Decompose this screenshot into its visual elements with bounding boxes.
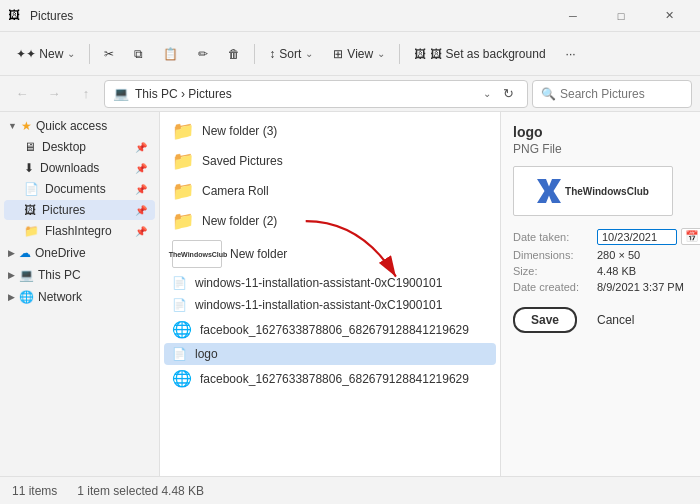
logo-brand-text: TheWindowsClub [565, 186, 649, 197]
folder-new-2[interactable]: 📁 New folder (2) [164, 206, 496, 236]
address-path: This PC › Pictures [135, 87, 477, 101]
delete-icon: 🗑 [228, 47, 240, 61]
maximize-button[interactable]: □ [598, 0, 644, 32]
folder-saved-pictures[interactable]: 📁 Saved Pictures [164, 146, 496, 176]
view-button[interactable]: ⊞ View ⌄ [325, 38, 393, 70]
onedrive-section: ▶ ☁ OneDrive [0, 243, 159, 263]
sort-button[interactable]: ↕ Sort ⌄ [261, 38, 321, 70]
selected-info: 1 item selected 4.48 KB [77, 484, 204, 498]
file-facebook-1[interactable]: 🌐 facebook_1627633878806_682679128841219… [164, 316, 496, 343]
size-label: Size: [513, 265, 593, 277]
close-button[interactable]: ✕ [646, 0, 692, 32]
folder-icon-4: 📁 [172, 210, 194, 232]
copy-button[interactable]: ⧉ [126, 38, 151, 70]
quick-access-chevron: ▼ [8, 121, 17, 131]
setbg-icon: 🖼 [414, 47, 426, 61]
cut-button[interactable]: ✂ [96, 38, 122, 70]
file-list[interactable]: 📁 New folder (3) 📁 Saved Pictures 📁 Came… [160, 112, 500, 476]
date-created-value: 8/9/2021 3:37 PM [597, 281, 684, 293]
sidebar-item-pictures[interactable]: 🖼 Pictures 📌 [4, 200, 155, 220]
network-chevron: ▶ [8, 292, 15, 302]
thispc-header[interactable]: ▶ 💻 This PC [0, 265, 159, 285]
thispc-icon: 💻 [19, 268, 34, 282]
item-count: 11 items [12, 484, 57, 498]
network-section: ▶ 🌐 Network [0, 287, 159, 307]
date-taken-input[interactable] [597, 229, 677, 245]
sidebar: ▼ ★ Quick access 🖥 Desktop 📌 ⬇ Downloads… [0, 112, 160, 476]
save-button[interactable]: Save [513, 307, 577, 333]
address-chevron-icon: ⌄ [483, 88, 491, 99]
file-win11-1[interactable]: 📄 windows-11-installation-assistant-0xC1… [164, 272, 496, 294]
pin-icon-desktop: 📌 [135, 142, 147, 153]
paste-button[interactable]: 📋 [155, 38, 186, 70]
folder-new[interactable]: TheWindowsClub New folder [164, 236, 496, 272]
this-pc-icon: 💻 [113, 86, 129, 101]
calendar-button[interactable]: 📅 [681, 228, 700, 245]
quick-access-label: Quick access [36, 119, 107, 133]
quick-access-header[interactable]: ▼ ★ Quick access [0, 116, 159, 136]
copy-icon: ⧉ [134, 47, 143, 61]
pin-icon-pictures: 📌 [135, 205, 147, 216]
toolbar-separator-1 [89, 44, 90, 64]
file-win11-2[interactable]: 📄 windows-11-installation-assistant-0xC1… [164, 294, 496, 316]
network-icon: 🌐 [19, 290, 34, 304]
quick-access-section: ▼ ★ Quick access 🖥 Desktop 📌 ⬇ Downloads… [0, 116, 159, 241]
sort-chevron-icon: ⌄ [305, 48, 313, 59]
network-header[interactable]: ▶ 🌐 Network [0, 287, 159, 307]
search-input[interactable] [560, 87, 700, 101]
set-background-button[interactable]: 🖼 🖼 Set as background [406, 38, 553, 70]
window-icon: 🖼 [8, 8, 24, 24]
rename-button[interactable]: ✏ [190, 38, 216, 70]
search-icon: 🔍 [541, 87, 556, 101]
view-icon: ⊞ [333, 47, 343, 61]
delete-button[interactable]: 🗑 [220, 38, 248, 70]
minimize-button[interactable]: ─ [550, 0, 596, 32]
cut-icon: ✂ [104, 47, 114, 61]
view-chevron-icon: ⌄ [377, 48, 385, 59]
new-button[interactable]: ✦ ✦ New ⌄ [8, 38, 83, 70]
sort-icon: ↕ [269, 47, 275, 61]
back-button[interactable]: ← [8, 80, 36, 108]
file-icon-logo: 📄 [172, 347, 187, 361]
thispc-chevron: ▶ [8, 270, 15, 280]
forward-button[interactable]: → [40, 80, 68, 108]
file-facebook-2[interactable]: 🌐 facebook_1627633878806_682679128841219… [164, 365, 496, 392]
size-value: 4.48 KB [597, 265, 636, 277]
paste-icon: 📋 [163, 47, 178, 61]
search-box[interactable]: 🔍 [532, 80, 692, 108]
sidebar-item-documents[interactable]: 📄 Documents 📌 [4, 179, 155, 199]
onedrive-chevron: ▶ [8, 248, 15, 258]
main-area: ▼ ★ Quick access 🖥 Desktop 📌 ⬇ Downloads… [0, 112, 700, 476]
date-taken-row: Date taken: 📅 [513, 228, 688, 245]
dimensions-label: Dimensions: [513, 249, 593, 261]
sidebar-item-downloads[interactable]: ⬇ Downloads 📌 [4, 158, 155, 178]
new-icon: ✦ [16, 47, 26, 61]
sidebar-item-flashintegro[interactable]: 📁 FlashIntegro 📌 [4, 221, 155, 241]
status-bar: 11 items 1 item selected 4.48 KB [0, 476, 700, 504]
svg-marker-2 [537, 179, 561, 203]
onedrive-header[interactable]: ▶ ☁ OneDrive [0, 243, 159, 263]
sidebar-item-desktop[interactable]: 🖥 Desktop 📌 [4, 137, 155, 157]
quick-access-star-icon: ★ [21, 119, 32, 133]
up-button[interactable]: ↑ [72, 80, 100, 108]
refresh-button[interactable]: ↻ [497, 83, 519, 105]
folder-new-3[interactable]: 📁 New folder (3) [164, 116, 496, 146]
folder-icon-1: 📁 [172, 120, 194, 142]
cancel-button[interactable]: Cancel [585, 307, 646, 333]
folder-icon-2: 📁 [172, 150, 194, 172]
preview-panel: logo PNG File TheWindowsClub Date taken:… [500, 112, 700, 476]
folder-camera-roll[interactable]: 📁 Camera Roll [164, 176, 496, 206]
preview-type: PNG File [513, 142, 688, 156]
file-icon-facebook-2: 🌐 [172, 369, 192, 388]
flashintegro-icon: 📁 [24, 224, 39, 238]
window-controls: ─ □ ✕ [550, 0, 692, 32]
address-box[interactable]: 💻 This PC › Pictures ⌄ ↻ [104, 80, 528, 108]
pin-icon-downloads: 📌 [135, 163, 147, 174]
more-button[interactable]: ··· [558, 38, 584, 70]
preview-actions: Save Cancel [513, 307, 688, 333]
file-logo[interactable]: 📄 logo [164, 343, 496, 365]
file-icon-facebook-1: 🌐 [172, 320, 192, 339]
date-created-label: Date created: [513, 281, 593, 293]
file-icon-win11-2: 📄 [172, 298, 187, 312]
pictures-icon: 🖼 [24, 203, 36, 217]
